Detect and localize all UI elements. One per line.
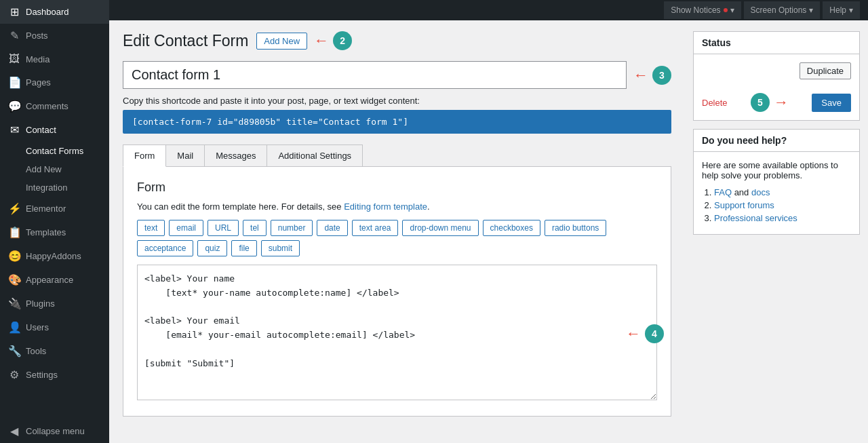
annotation-3: ← 3 bbox=[633, 66, 671, 85]
tag-button-file[interactable]: file bbox=[231, 240, 256, 256]
form-code-editor[interactable] bbox=[137, 265, 657, 400]
duplicate-button[interactable]: Duplicate bbox=[800, 62, 851, 79]
code-area-wrapper: ← 4 bbox=[137, 265, 657, 402]
tag-button-text-area[interactable]: text area bbox=[352, 220, 399, 236]
submenu-integration[interactable]: Integration bbox=[0, 178, 109, 197]
submenu-contact-forms[interactable]: Contact Forms bbox=[0, 142, 109, 160]
pages-icon: 📄 bbox=[8, 76, 20, 89]
editing-form-template-link[interactable]: Editing form template bbox=[344, 201, 427, 212]
plugins-icon: 🔌 bbox=[8, 297, 20, 310]
tag-button-URL[interactable]: URL bbox=[208, 220, 239, 236]
tag-button-checkboxes[interactable]: checkboxes bbox=[483, 220, 540, 236]
happyaddons-icon: 😊 bbox=[8, 250, 20, 263]
shortcode-box[interactable]: [contact-form-7 id="d89805b" title="Cont… bbox=[123, 110, 671, 134]
sidebar-item-happyaddons[interactable]: 😊 HappyAddons bbox=[0, 244, 109, 268]
tab-mail[interactable]: Mail bbox=[165, 145, 205, 166]
sidebar-item-tools[interactable]: 🔧 Tools bbox=[0, 339, 109, 363]
page-title: Edit Contact Form bbox=[123, 32, 248, 50]
page-header: Edit Contact Form Add New ← 2 bbox=[123, 31, 671, 50]
tag-button-date[interactable]: date bbox=[317, 220, 347, 236]
tag-button-number[interactable]: number bbox=[271, 220, 313, 236]
status-box-title: Status bbox=[694, 32, 859, 54]
sidebar-item-appearance[interactable]: 🎨 Appearance bbox=[0, 268, 109, 292]
tab-form[interactable]: Form bbox=[123, 145, 166, 167]
sidebar-item-users[interactable]: 👤 Users bbox=[0, 315, 109, 339]
sidebar-item-dashboard[interactable]: ⊞ Dashboard bbox=[0, 0, 109, 24]
tag-button-quiz[interactable]: quiz bbox=[197, 240, 227, 256]
topbar: Show Notices ▾ Screen Options ▾ Help ▾ bbox=[109, 0, 868, 20]
tag-buttons-group: textemailURLtelnumberdatetext areadrop-d… bbox=[137, 220, 657, 256]
tools-icon: 🔧 bbox=[8, 345, 20, 358]
dashboard-icon: ⊞ bbox=[8, 5, 20, 18]
appearance-icon: 🎨 bbox=[8, 273, 20, 286]
contact-icon: ✉ bbox=[8, 123, 20, 136]
main-area: Show Notices ▾ Screen Options ▾ Help ▾ E… bbox=[109, 0, 868, 443]
help-box: Do you need help? Here are some availabl… bbox=[693, 129, 860, 235]
tag-button-acceptance[interactable]: acceptance bbox=[137, 240, 193, 256]
tag-button-text[interactable]: text bbox=[137, 220, 165, 236]
posts-icon: ✎ bbox=[8, 29, 20, 42]
tag-button-radio-buttons[interactable]: radio buttons bbox=[545, 220, 606, 236]
tab-additional-settings[interactable]: Additional Settings bbox=[267, 145, 363, 166]
help-box-content: Here are some available options to help … bbox=[694, 152, 859, 234]
tab-form-content: Form You can edit the form template here… bbox=[123, 167, 671, 417]
help-button[interactable]: Help ▾ bbox=[823, 1, 860, 19]
help-description: Here are some available options to help … bbox=[702, 160, 851, 180]
form-description: You can edit the form template here. For… bbox=[137, 201, 657, 212]
screen-options-button[interactable]: Screen Options ▾ bbox=[744, 1, 821, 19]
help-list-item: Professional services bbox=[714, 213, 851, 223]
add-new-button[interactable]: Add New bbox=[256, 33, 307, 50]
show-notices-chevron-icon: ▾ bbox=[730, 5, 734, 15]
contact-submenu: Contact Forms Add New Integration bbox=[0, 142, 109, 197]
sidebar-item-comments[interactable]: 💬 Comments bbox=[0, 94, 109, 118]
sidebar-item-settings[interactable]: ⚙ Settings bbox=[0, 363, 109, 387]
docs-link[interactable]: docs bbox=[751, 187, 770, 197]
annotation-1: ← 1 bbox=[106, 121, 109, 140]
status-box-content: Duplicate Delete 5 → Save bbox=[694, 54, 859, 120]
sidebar-item-templates[interactable]: 📋 Templates bbox=[0, 220, 109, 244]
main-content: Edit Contact Form Add New ← 2 ← 3 bbox=[109, 20, 685, 443]
comments-icon: 💬 bbox=[8, 100, 20, 113]
screen-options-chevron-icon: ▾ bbox=[809, 5, 813, 15]
sidebar-item-elementor[interactable]: ⚡ Elementor bbox=[0, 197, 109, 220]
sidebar-item-plugins[interactable]: 🔌 Plugins bbox=[0, 292, 109, 315]
submenu-add-new[interactable]: Add New bbox=[0, 160, 109, 178]
faq-link[interactable]: FAQ bbox=[714, 187, 732, 197]
help-chevron-icon: ▾ bbox=[849, 5, 853, 15]
tab-messages[interactable]: Messages bbox=[204, 145, 267, 166]
sidebar-item-media[interactable]: 🖼 Media bbox=[0, 47, 109, 71]
sidebar-item-posts[interactable]: ✎ Posts bbox=[0, 24, 109, 47]
collapse-menu-button[interactable]: ◀ Collapse menu bbox=[0, 419, 109, 443]
sidebar-item-contact[interactable]: ✉ Contact ← 1 bbox=[0, 118, 109, 142]
form-name-input[interactable] bbox=[123, 61, 627, 89]
sidebar: ⊞ Dashboard ✎ Posts 🖼 Media 📄 Pages 💬 Co… bbox=[0, 0, 109, 443]
annotation-4: ← 4 bbox=[626, 324, 664, 343]
status-actions: Delete 5 → Save bbox=[702, 93, 851, 112]
collapse-icon: ◀ bbox=[8, 425, 20, 438]
help-box-title: Do you need help? bbox=[694, 130, 859, 152]
help-list-item: Support forums bbox=[714, 200, 851, 210]
support-forums-link[interactable]: Support forums bbox=[714, 200, 774, 210]
save-button[interactable]: Save bbox=[812, 94, 851, 112]
shortcode-label: Copy this shortcode and paste it into yo… bbox=[123, 96, 671, 106]
tag-button-email[interactable]: email bbox=[169, 220, 203, 236]
content-area: Edit Contact Form Add New ← 2 ← 3 bbox=[109, 20, 868, 443]
form-name-row: ← 3 bbox=[123, 61, 671, 89]
tabs-bar: Form Mail Messages Additional Settings bbox=[123, 145, 671, 167]
users-icon: 👤 bbox=[8, 321, 20, 334]
delete-link[interactable]: Delete bbox=[702, 98, 728, 108]
help-list-item: FAQ and docs bbox=[714, 187, 851, 197]
tag-button-drop-down-menu[interactable]: drop-down menu bbox=[402, 220, 478, 236]
elementor-icon: ⚡ bbox=[8, 202, 20, 215]
tag-button-tel[interactable]: tel bbox=[243, 220, 267, 236]
templates-icon: 📋 bbox=[8, 226, 20, 239]
tag-button-submit[interactable]: submit bbox=[261, 240, 300, 256]
show-notices-button[interactable]: Show Notices ▾ bbox=[664, 1, 741, 19]
sidebar-item-pages[interactable]: 📄 Pages bbox=[0, 71, 109, 94]
form-section-title: Form bbox=[137, 180, 657, 195]
professional-services-link[interactable]: Professional services bbox=[714, 213, 797, 223]
help-links-list: FAQ and docsSupport forumsProfessional s… bbox=[702, 187, 851, 223]
status-box: Status Duplicate Delete 5 → Save bbox=[693, 31, 860, 121]
media-icon: 🖼 bbox=[8, 53, 20, 65]
settings-icon: ⚙ bbox=[8, 368, 20, 381]
